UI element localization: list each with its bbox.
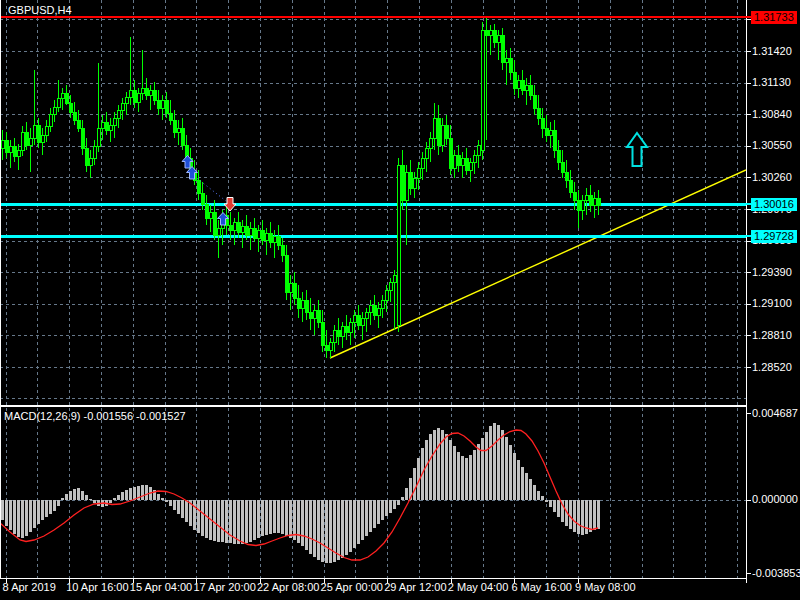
macd-indicator-label: MACD(12,26,9) -0.001556 -0.001527: [4, 410, 186, 422]
macd-histogram: [1, 423, 600, 563]
price-axis-label: 0.004687: [752, 407, 798, 420]
grid-lines: [0, 0, 746, 578]
chart-canvas[interactable]: [0, 0, 800, 600]
time-axis-label: 29 Apr 12:00: [384, 581, 446, 593]
up-arrow-icon[interactable]: [627, 133, 647, 166]
price-axis-label: 1.28810: [752, 329, 792, 342]
trendline[interactable]: [330, 170, 746, 358]
time-axis-label: 22 Apr 08:00: [257, 581, 319, 593]
price-axis-label: 1.31420: [752, 45, 792, 58]
axes: [0, 0, 752, 583]
time-axis-label: 6 May 16:00: [511, 581, 572, 593]
price-axis-label: 1.28520: [752, 361, 792, 374]
candlesticks: [1, 18, 600, 358]
price-axis-label: 0.000000: [752, 493, 798, 506]
time-axis-label: 17 Apr 20:00: [193, 581, 255, 593]
price-level-tag-resistance: 1.31733: [751, 11, 797, 24]
time-axis-label: 8 Apr 2019: [3, 581, 56, 593]
mt4-chart-window: GBPUSD,H4 MACD(12,26,9) -0.001556 -0.001…: [0, 0, 800, 600]
price-axis-label: 1.30550: [752, 139, 792, 152]
symbol-period-label: GBPUSD,H4: [8, 4, 72, 16]
price-axis-label: 1.30260: [752, 171, 792, 184]
time-axis-label: 2 May 04:00: [448, 581, 509, 593]
time-axis-label: 15 Apr 04:00: [130, 581, 192, 593]
price-axis-label: 1.29100: [752, 297, 792, 310]
time-axis-label: 10 Apr 16:00: [66, 581, 128, 593]
price-axis-label: 1.30840: [752, 108, 792, 121]
price-axis-label: -0.003853: [752, 567, 800, 580]
sell-arrow-icon[interactable]: [224, 198, 236, 212]
price-level-tag-current: 1.30016: [751, 198, 797, 211]
price-axis-label: 1.31130: [752, 76, 791, 89]
time-axis-label: 9 May 08:00: [575, 581, 636, 593]
price-axis-label: 1.29390: [752, 266, 792, 279]
price-level-tag-support: 1.29728: [751, 230, 797, 243]
time-axis-label: 25 Apr 00:00: [321, 581, 383, 593]
